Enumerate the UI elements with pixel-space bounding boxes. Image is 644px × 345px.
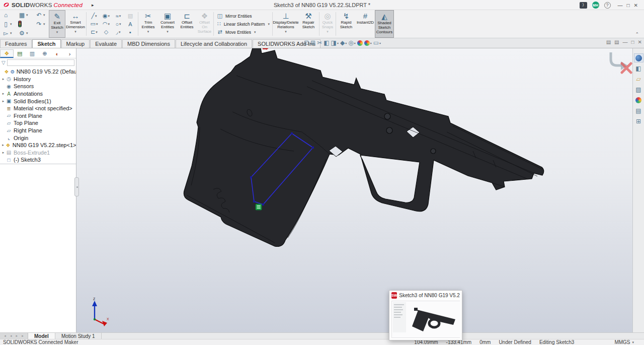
tree-item-front-plane[interactable]: ▱Front Plane xyxy=(0,112,76,120)
tab-features[interactable]: Features xyxy=(0,39,32,48)
instant2d-button[interactable]: #Instant2D xyxy=(356,10,375,38)
popup-thumbnail[interactable] xyxy=(391,301,460,338)
edit-appearance-icon[interactable] xyxy=(357,40,363,46)
tree-item-history[interactable]: ▸◷History xyxy=(0,76,76,83)
minimize-button[interactable]: — xyxy=(616,3,625,8)
tab-model[interactable]: Model xyxy=(28,333,55,339)
tree-item-material[interactable]: ≣Material <not specified> xyxy=(0,105,76,112)
zoom-to-fit-icon[interactable]: ⊡ xyxy=(304,39,309,46)
tree-item-part-root[interactable]: ❖⚙NN80 G19 V5.22 (Default) <<Defa xyxy=(0,68,76,76)
expand-arrow-icon[interactable]: ▸ xyxy=(1,151,6,155)
graphics-viewport[interactable]: Z X xyxy=(76,48,632,332)
section-view-icon[interactable]: ✂ xyxy=(317,39,322,46)
zoom-to-area-icon[interactable]: ⊞ xyxy=(310,39,315,46)
tree-item-top-plane[interactable]: ▱Top Plane xyxy=(0,119,76,127)
tree-item-annotations[interactable]: ▸AAnnotations xyxy=(0,90,76,98)
tab-preview-icon[interactable]: ▤ xyxy=(614,39,619,45)
arc-tool[interactable]: ◠▾ xyxy=(101,21,112,28)
smart-dimension-button[interactable]: ↔SmartDimension▾ xyxy=(65,10,86,38)
unit-system-dropdown[interactable]: MMGS▾ xyxy=(614,339,641,345)
displaymanager-tab[interactable]: ◐ xyxy=(51,49,63,58)
expand-arrow-icon[interactable]: ▸ xyxy=(1,77,6,81)
tree-item-boss-extrude[interactable]: ▸▤Boss-Extrude1 xyxy=(0,149,76,157)
3dexperience-icon[interactable]: 〉 xyxy=(580,2,587,9)
convert-entities-button[interactable]: ▣ConvertEntities▾ xyxy=(157,10,178,38)
tab-evaluate[interactable]: Evaluate xyxy=(90,39,122,48)
tab-sketch[interactable]: Sketch xyxy=(32,39,60,48)
configurationmanager-tab[interactable]: ▥ xyxy=(26,49,39,58)
restore-button[interactable]: □ xyxy=(625,3,632,8)
doc-minimize-button[interactable]: — xyxy=(623,39,628,45)
cam-tools-icon[interactable]: ⊞ xyxy=(634,117,643,126)
circle-tool[interactable]: ◉▾ xyxy=(101,13,112,20)
ellipse-tool[interactable]: ○▾ xyxy=(113,21,124,28)
tree-filter-input[interactable] xyxy=(7,59,74,66)
tree-item-right-plane[interactable]: ▱Right Plane xyxy=(0,127,76,134)
display-delete-relations-button[interactable]: ⊥Display/DeleteRelations▾ xyxy=(273,10,298,38)
propertymanager-tab[interactable]: ▤ xyxy=(14,49,26,58)
expand-arrow-icon[interactable]: ▸ xyxy=(1,143,5,147)
rapid-sketch-button[interactable]: ↯RapidSketch xyxy=(337,10,356,38)
text-tool[interactable]: A xyxy=(125,21,136,28)
tab-scroll-buttons[interactable]: ◂◂▸▸ xyxy=(0,333,28,339)
doc-close-button[interactable]: ✕ xyxy=(638,39,642,45)
previous-view-icon[interactable]: ◧ xyxy=(324,39,329,46)
tab-scroll-arrow-icon[interactable]: ◂ xyxy=(4,334,6,338)
tab-scroll-arrow-icon[interactable]: ▸ xyxy=(16,334,18,338)
home-button[interactable]: ⌂ xyxy=(2,11,18,20)
tree-item-sensors[interactable]: ◉Sensors xyxy=(0,83,76,90)
repair-sketch-button[interactable]: ⚒RepairSketch xyxy=(298,10,318,38)
doc-restore-button[interactable]: □ xyxy=(631,39,634,45)
spline-tool[interactable]: ≈▾ xyxy=(113,13,124,20)
apply-scene-icon[interactable]: ▾ xyxy=(364,40,372,46)
panel-splitter-handle[interactable] xyxy=(74,177,79,196)
fillet-tool[interactable]: ◞▾ xyxy=(113,29,124,36)
new-document-button[interactable]: ▯▾ xyxy=(2,20,18,29)
rectangle-tool[interactable]: ▭▾ xyxy=(89,21,100,28)
tab-scroll-arrow-icon[interactable]: ▸ xyxy=(22,334,24,338)
view-orientation-icon[interactable]: ◨▾ xyxy=(331,39,339,46)
user-avatar[interactable]: MH xyxy=(592,2,599,9)
line-tool[interactable]: ╱▾ xyxy=(89,13,100,20)
exit-sketch-button[interactable]: ✎ExitSketch▾ xyxy=(49,10,65,38)
expand-arrow-icon[interactable]: ▸ xyxy=(1,92,6,96)
view-settings-icon[interactable]: ▭▾ xyxy=(373,39,381,46)
tab-mbd-dimensions[interactable]: MBD Dimensions xyxy=(122,39,175,48)
hide-show-items-icon[interactable]: ◎▾ xyxy=(348,39,356,46)
options-button[interactable]: ⚙▾ xyxy=(18,29,35,38)
polygon-tool[interactable]: ◇ xyxy=(101,29,112,36)
confirmation-corner[interactable] xyxy=(611,52,631,73)
taskbar-thumbnail-popup[interactable]: SW Sketch3 of NN80 G19 V5.22.SLD... xyxy=(389,290,462,340)
slot-tool[interactable]: ⊏▾ xyxy=(89,29,100,36)
help-button[interactable]: ? xyxy=(604,2,611,9)
ribbon-collapse-button[interactable]: ⌃ xyxy=(635,32,639,37)
tab-lifecycle-and-collaboration[interactable]: Lifecycle and Collaboration xyxy=(176,39,252,48)
view-palette-icon[interactable]: ▨ xyxy=(634,85,643,94)
move-entities-button[interactable]: ⇄Move Entities▾ xyxy=(216,29,270,35)
new-window-icon[interactable]: ▤ xyxy=(606,39,611,45)
dimxpertmanager-tab[interactable]: ⊕ xyxy=(38,49,51,58)
tree-item-step-part[interactable]: ▸❖NN80 G19 V5.22.step<1> -> xyxy=(0,142,76,149)
mirror-entities-button[interactable]: ◫Mirror Entities xyxy=(216,13,270,19)
lifecycle-status-button[interactable] xyxy=(18,20,35,29)
tab-markup[interactable]: Markup xyxy=(61,39,90,48)
shaded-sketch-contours-button[interactable]: ◭ShadedSketchContours xyxy=(375,10,394,38)
appearances-scenes-icon[interactable] xyxy=(634,96,643,105)
file-explorer-icon[interactable]: ▱ xyxy=(634,75,643,84)
expand-arrow-icon[interactable]: ▸ xyxy=(1,99,6,103)
design-library-icon[interactable]: ◧ xyxy=(634,64,643,73)
tree-item-sketch3[interactable]: □(-) Sketch3 xyxy=(0,156,76,164)
tree-item-origin[interactable]: ⌞Origin xyxy=(0,134,76,142)
trim-entities-button[interactable]: ✂TrimEntities▾ xyxy=(139,10,157,38)
panel-expand-arrow[interactable]: › xyxy=(63,49,76,58)
menu-flyout-arrow[interactable]: ▸ xyxy=(92,3,94,8)
point-tool[interactable]: ▪ xyxy=(125,29,136,36)
featuremanager-tab[interactable]: ❖ xyxy=(0,49,14,58)
offset-entities-button[interactable]: ⊏OffsetEntities xyxy=(178,10,196,38)
close-button[interactable]: ✕ xyxy=(632,3,640,8)
save-button[interactable]: ▦▾ xyxy=(18,11,35,20)
tree-item-solid-bodies[interactable]: ▸▣Solid Bodies(1) xyxy=(0,97,76,105)
solidworks-resources-icon[interactable] xyxy=(634,53,643,62)
tab-motion-study-1[interactable]: Motion Study 1 xyxy=(55,333,102,339)
display-style-icon[interactable]: ◆▾ xyxy=(340,39,347,46)
